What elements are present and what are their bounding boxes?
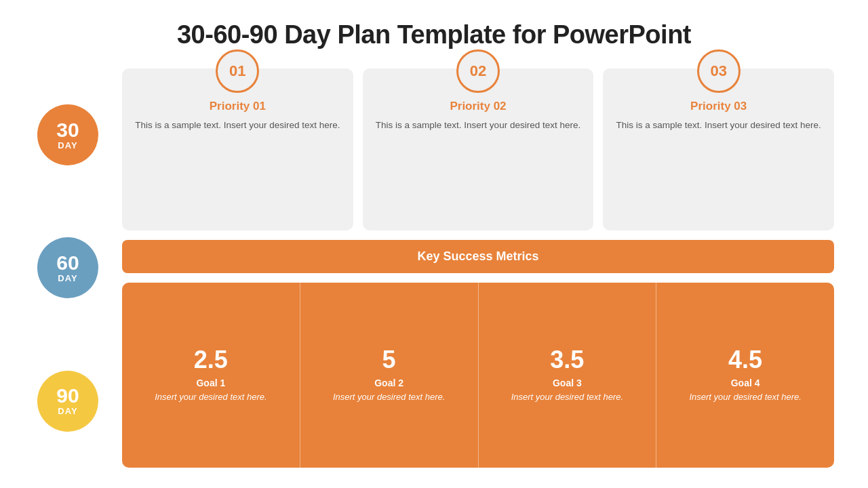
priority-num-3: 03 xyxy=(710,62,726,80)
right-section: 01 Priority 01 This is a sample text. In… xyxy=(122,68,834,468)
priority-title-1: Priority 01 xyxy=(210,100,266,113)
goal-3-text: Insert your desired text here. xyxy=(511,391,623,404)
priority-text-1: This is a sample text. Insert your desir… xyxy=(135,119,340,132)
day-30-label: DAY xyxy=(58,140,77,150)
goal-3-title: Goal 3 xyxy=(553,378,582,388)
goal-1-text: Insert your desired text here. xyxy=(155,391,267,404)
goal-cell-4: 4.5 Goal 4 Insert your desired text here… xyxy=(656,283,834,468)
priority-row: 01 Priority 01 This is a sample text. In… xyxy=(122,68,834,230)
goal-cell-3: 3.5 Goal 3 Insert your desired text here… xyxy=(479,283,657,468)
goals-row: 2.5 Goal 1 Insert your desired text here… xyxy=(122,283,834,468)
day-circle-30: 30 DAY xyxy=(37,104,98,165)
priority-num-1: 01 xyxy=(229,62,245,80)
goal-2-number: 5 xyxy=(382,346,396,373)
day-90-number: 90 xyxy=(56,386,79,406)
priority-title-3: Priority 03 xyxy=(690,100,747,113)
day-60-label: DAY xyxy=(58,273,77,283)
goal-3-number: 3.5 xyxy=(550,346,584,373)
priority-title-2: Priority 02 xyxy=(450,100,506,113)
goal-4-text: Insert your desired text here. xyxy=(689,391,801,404)
priority-circle-1: 01 xyxy=(216,49,259,93)
goal-4-title: Goal 4 xyxy=(731,378,760,388)
goal-1-number: 2.5 xyxy=(194,346,228,373)
page-title: 30-60-90 Day Plan Template for PowerPoin… xyxy=(34,20,834,49)
goal-4-number: 4.5 xyxy=(728,346,762,373)
goal-1-title: Goal 1 xyxy=(196,378,225,388)
metrics-bar: Key Success Metrics xyxy=(122,240,834,273)
goal-cell-2: 5 Goal 2 Insert your desired text here. xyxy=(300,283,479,468)
priority-card-3: 03 Priority 03 This is a sample text. In… xyxy=(603,68,834,230)
day-circle-90: 90 DAY xyxy=(37,371,98,432)
priority-text-3: This is a sample text. Insert your desir… xyxy=(616,119,821,132)
priority-circle-3: 03 xyxy=(697,49,741,93)
day-90-label: DAY xyxy=(58,406,77,416)
day-circle-60: 60 DAY xyxy=(37,237,98,298)
priority-num-2: 02 xyxy=(470,62,486,80)
goal-2-text: Insert your desired text here. xyxy=(333,391,445,404)
day-30-number: 30 xyxy=(56,120,79,140)
day-60-number: 60 xyxy=(56,253,79,273)
priority-text-2: This is a sample text. Insert your desir… xyxy=(376,119,580,132)
metrics-bar-label: Key Success Metrics xyxy=(417,249,538,263)
priority-circle-2: 02 xyxy=(456,49,500,93)
priority-card-1: 01 Priority 01 This is a sample text. In… xyxy=(122,68,353,230)
priority-card-2: 02 Priority 02 This is a sample text. In… xyxy=(363,68,594,230)
day-circles-column: 30 DAY 60 DAY 90 DAY xyxy=(34,68,102,468)
main-content: 30 DAY 60 DAY 90 DAY 01 Priority 01 This… xyxy=(34,68,834,468)
goal-cell-1: 2.5 Goal 1 Insert your desired text here… xyxy=(122,283,300,468)
goal-2-title: Goal 2 xyxy=(374,378,403,388)
